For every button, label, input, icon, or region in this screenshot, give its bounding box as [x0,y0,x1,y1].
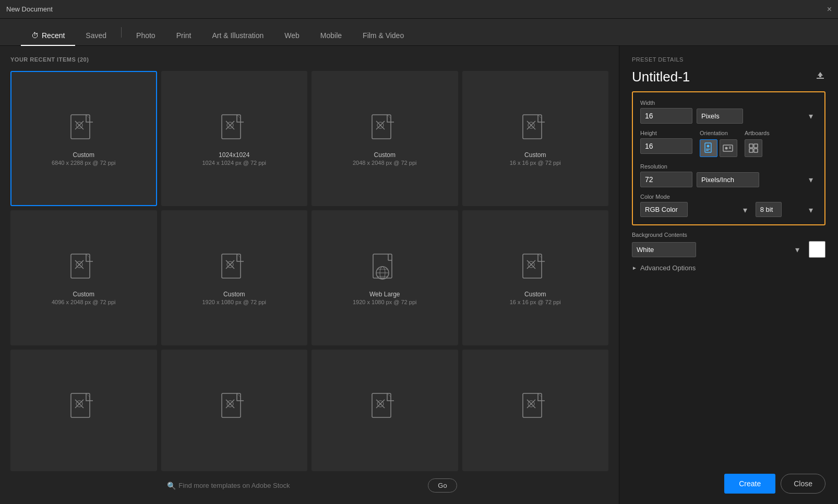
orientation-group: Orientation [700,130,737,157]
svg-rect-72 [729,148,731,149]
advanced-options-label: Advanced Options [640,264,696,272]
resolution-unit-select[interactable]: Pixels/Inch Pixels/Centimeter [697,172,759,187]
clock-icon: ⏱ [31,31,39,40]
save-preset-icon[interactable] [815,70,825,83]
grid-item[interactable]: 1024x1024 1024 x 1024 px @ 72 ppi [161,71,308,206]
grid-item[interactable] [10,350,157,471]
resolution-input[interactable] [640,172,692,187]
grid-item-title: Custom [374,151,396,159]
grid-item[interactable]: Custom 6840 x 2288 px @ 72 ppi [10,71,157,206]
artboards-label: Artboards [745,130,770,136]
resolution-row: Pixels/Inch Pixels/Centimeter [640,172,817,187]
background-color-swatch[interactable] [809,241,825,258]
grid-item[interactable]: Custom 16 x 16 px @ 72 ppi [462,71,609,206]
grid-item-title: Custom [73,151,94,159]
width-unit-select[interactable]: Pixels Inches Centimeters Millimeters Po… [697,109,743,124]
grid-item[interactable] [462,350,609,471]
width-input[interactable] [640,108,692,124]
nav-divider [121,27,122,38]
grid-item-title: Custom [524,291,546,298]
grid-item[interactable]: Web Large 1920 x 1080 px @ 72 ppi [312,210,458,345]
grid-item[interactable]: Custom 16 x 16 px @ 72 ppi [462,210,609,345]
tab-art[interactable]: Art & Illustration [201,26,274,46]
background-row: White Black Background Color Transparent… [632,241,825,258]
document-icon [369,392,400,430]
background-section: Background Contents White Black Backgrou… [632,232,825,258]
width-unit-wrap: Pixels Inches Centimeters Millimeters Po… [697,109,817,124]
landscape-button[interactable] [720,139,737,157]
svg-rect-67 [706,149,710,150]
grid-item-subtitle: 16 x 16 px @ 72 ppi [510,299,561,305]
svg-rect-65 [705,143,711,152]
search-icon: 🔍 [167,482,176,490]
background-label: Background Contents [632,232,825,238]
create-button[interactable]: Create [724,474,775,494]
grid-item-title: 1024x1024 [219,151,249,159]
search-input[interactable] [162,477,423,494]
width-field-group: Width Pixels Inches Centimeters Millimet… [640,100,817,124]
document-icon [219,114,250,151]
title-bar: New Document × [0,0,838,19]
svg-rect-68 [706,150,709,151]
orientation-buttons [700,139,737,157]
bottom-buttons: Create Close [632,474,825,494]
go-button[interactable]: Go [428,478,457,493]
grid-item-title: Custom [524,151,546,159]
svg-rect-71 [729,147,731,148]
background-select-wrap: White Black Background Color Transparent… [632,242,804,257]
close-button[interactable]: Close [781,474,825,494]
recent-items-grid: Custom 6840 x 2288 px @ 72 ppi 1024x1024… [10,71,608,471]
preset-details-label: PRESET DETAILS [632,56,825,63]
advanced-options-toggle[interactable]: ► Advanced Options [632,264,825,272]
tab-recent[interactable]: ⏱ Recent [21,26,75,46]
height-input[interactable] [640,138,692,154]
document-icon [369,253,400,291]
resolution-unit-wrap: Pixels/Inch Pixels/Centimeter [697,172,817,187]
right-panel: PRESET DETAILS Untitled-1 Width [619,46,838,504]
tab-web[interactable]: Web [274,26,310,46]
color-mode-label: Color Mode [640,194,817,200]
artboard-button[interactable] [745,139,762,157]
portrait-button[interactable] [700,139,717,157]
document-icon [520,392,551,430]
recent-header: YOUR RECENT ITEMS (20) [10,56,608,63]
document-icon [520,253,551,291]
grid-item-title: Web Large [369,291,400,298]
svg-rect-75 [749,149,753,152]
grid-item-title: Custom [73,291,94,298]
width-row: Pixels Inches Centimeters Millimeters Po… [640,108,817,124]
svg-rect-69 [723,145,733,151]
search-bar: 🔍 Go [10,477,608,494]
close-window-button[interactable]: × [827,5,832,14]
resolution-label: Resolution [640,163,817,170]
preset-fields: Width Pixels Inches Centimeters Millimet… [632,91,825,225]
grid-item-subtitle: 2048 x 2048 px @ 72 ppi [353,160,416,166]
grid-item[interactable] [161,350,308,471]
grid-item-subtitle: 1920 x 1080 px @ 72 ppi [353,299,416,305]
background-select[interactable]: White Black Background Color Transparent… [632,242,696,257]
svg-point-70 [725,147,728,150]
artboard-group: Artboards [745,130,770,157]
tab-print[interactable]: Print [166,26,202,46]
grid-item[interactable]: Custom 4096 x 2048 px @ 72 ppi [10,210,157,345]
svg-rect-63 [817,78,824,79]
document-icon [369,114,400,151]
grid-item[interactable]: Custom 2048 x 2048 px @ 72 ppi [312,71,458,206]
orientation-label: Orientation [700,130,737,136]
bit-depth-wrap: 8 bit 16 bit 32 bit [756,202,817,217]
tab-mobile[interactable]: Mobile [310,26,352,46]
grid-item[interactable] [312,350,458,471]
tab-film[interactable]: Film & Video [352,26,414,46]
grid-item[interactable]: Custom 1920 x 1080 px @ 72 ppi [161,210,308,345]
bit-depth-select[interactable]: 8 bit 16 bit 32 bit [756,202,782,217]
tab-photo[interactable]: Photo [126,26,166,46]
document-icon [68,392,99,430]
height-field-group: Height [640,130,692,154]
tab-saved[interactable]: Saved [75,26,117,46]
window-title: New Document [6,5,53,13]
document-icon [520,114,551,151]
height-orient-row: Height Orientation [640,130,817,157]
search-input-wrap: 🔍 [162,477,423,494]
color-mode-select[interactable]: RGB Color CMYK Color Lab Color Grayscale… [640,202,688,217]
width-label: Width [640,100,817,106]
